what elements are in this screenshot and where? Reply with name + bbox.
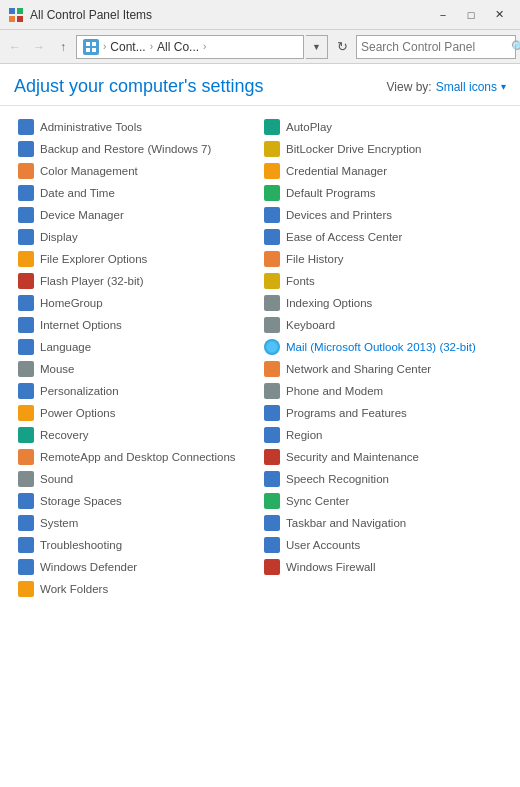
item-icon [18,295,34,311]
item-icon [264,427,280,443]
list-item[interactable]: Network and Sharing Center [260,358,506,380]
search-icon: 🔍 [511,40,520,54]
path-icon [83,39,99,55]
view-by-value[interactable]: Small icons [436,80,497,94]
list-item[interactable]: File History [260,248,506,270]
close-button[interactable]: ✕ [486,4,512,26]
content-area: Adjust your computer's settings View by:… [0,64,520,787]
list-item[interactable]: Sound [14,468,260,490]
list-item[interactable]: Mouse [14,358,260,380]
list-item[interactable]: System [14,512,260,534]
item-icon [18,339,34,355]
list-item[interactable]: BitLocker Drive Encryption [260,138,506,160]
list-item[interactable]: Device Manager [14,204,260,226]
item-label: Power Options [40,407,115,419]
list-item[interactable]: Display [14,226,260,248]
list-item[interactable]: Credential Manager [260,160,506,182]
item-icon [264,229,280,245]
item-icon [264,185,280,201]
list-item[interactable]: Security and Maintenance [260,446,506,468]
item-icon [264,339,280,355]
list-item[interactable]: Fonts [260,270,506,292]
svg-rect-1 [17,8,23,14]
app-icon [8,7,24,23]
list-item[interactable]: Work Folders [14,578,260,600]
item-label: Mouse [40,363,75,375]
item-icon [18,493,34,509]
forward-button[interactable]: → [28,35,50,59]
list-item[interactable]: Color Management [14,160,260,182]
back-button[interactable]: ← [4,35,26,59]
item-icon [18,229,34,245]
list-item[interactable]: User Accounts [260,534,506,556]
item-icon [18,581,34,597]
list-item[interactable]: Keyboard [260,314,506,336]
item-label: Region [286,429,322,441]
item-label: Troubleshooting [40,539,122,551]
list-item[interactable]: HomeGroup [14,292,260,314]
list-item[interactable]: Recovery [14,424,260,446]
maximize-button[interactable]: □ [458,4,484,26]
title-bar: All Control Panel Items − □ ✕ [0,0,520,30]
list-item[interactable]: Flash Player (32-bit) [14,270,260,292]
item-label: User Accounts [286,539,360,551]
list-item[interactable]: Speech Recognition [260,468,506,490]
list-item[interactable]: Power Options [14,402,260,424]
svg-rect-0 [9,8,15,14]
list-item[interactable]: Sync Center [260,490,506,512]
list-item[interactable]: Storage Spaces [14,490,260,512]
item-label: Credential Manager [286,165,387,177]
item-label: Backup and Restore (Windows 7) [40,143,211,155]
list-item[interactable]: Programs and Features [260,402,506,424]
path-dropdown-button[interactable]: ▼ [306,35,328,59]
item-icon [18,383,34,399]
up-button[interactable]: ↑ [52,35,74,59]
item-icon [264,251,280,267]
search-input[interactable] [361,40,511,54]
item-icon [264,361,280,377]
list-item[interactable]: Backup and Restore (Windows 7) [14,138,260,160]
item-label: Date and Time [40,187,115,199]
list-item[interactable]: Ease of Access Center [260,226,506,248]
item-label: Taskbar and Navigation [286,517,406,529]
list-item[interactable]: AutoPlay [260,116,506,138]
item-label: Security and Maintenance [286,451,419,463]
list-item[interactable]: Date and Time [14,182,260,204]
item-label: Administrative Tools [40,121,142,133]
item-icon [18,405,34,421]
list-item[interactable]: Mail (Microsoft Outlook 2013) (32-bit) [260,336,506,358]
list-item[interactable]: Taskbar and Navigation [260,512,506,534]
item-label: Indexing Options [286,297,372,309]
list-item[interactable]: Personalization [14,380,260,402]
list-item[interactable]: Troubleshooting [14,534,260,556]
list-item[interactable]: Indexing Options [260,292,506,314]
list-item[interactable]: Language [14,336,260,358]
item-label: BitLocker Drive Encryption [286,143,422,155]
items-grid: Administrative ToolsAutoPlayBackup and R… [0,106,520,610]
list-item[interactable]: Default Programs [260,182,506,204]
refresh-button[interactable]: ↻ [330,35,354,59]
list-item[interactable]: Administrative Tools [14,116,260,138]
item-icon [264,471,280,487]
item-icon [18,515,34,531]
list-item[interactable]: Internet Options [14,314,260,336]
item-icon [264,295,280,311]
list-item[interactable]: Windows Firewall [260,556,506,578]
list-item[interactable]: RemoteApp and Desktop Connections [14,446,260,468]
search-box[interactable]: 🔍 [356,35,516,59]
minimize-button[interactable]: − [430,4,456,26]
list-item[interactable]: Phone and Modem [260,380,506,402]
address-path[interactable]: › Cont... › All Co... › [76,35,304,59]
item-label: System [40,517,78,529]
list-item[interactable]: Windows Defender [14,556,260,578]
item-icon [18,163,34,179]
item-icon [264,515,280,531]
list-item[interactable]: Devices and Printers [260,204,506,226]
list-item[interactable]: File Explorer Options [14,248,260,270]
item-label: Fonts [286,275,315,287]
item-label: Keyboard [286,319,335,331]
list-item[interactable]: Region [260,424,506,446]
svg-rect-5 [92,42,96,46]
item-icon [18,119,34,135]
view-by-control[interactable]: View by: Small icons ▾ [387,80,507,94]
